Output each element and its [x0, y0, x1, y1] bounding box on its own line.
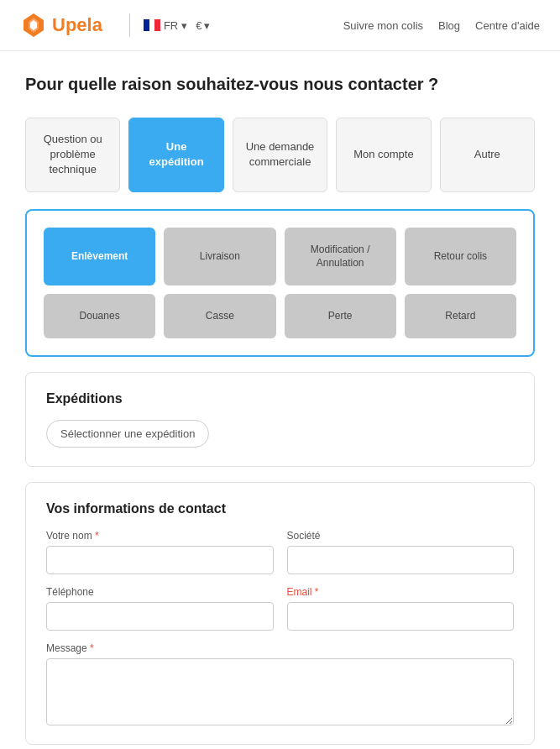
category-grid: Question ou problème technique Une expéd… — [25, 118, 535, 192]
expeditions-card: Expéditions Sélectionner une expédition — [25, 372, 535, 467]
category-compte[interactable]: Mon compte — [336, 118, 431, 192]
header-nav: Suivre mon colis Blog Centre d'aide — [343, 19, 540, 32]
category-technique[interactable]: Question ou problème technique — [25, 118, 120, 192]
category-expedition[interactable]: Une expédition — [128, 118, 223, 192]
message-label: Message * — [46, 642, 514, 654]
currency-selector[interactable]: € ▾ — [196, 19, 209, 32]
svg-rect-4 — [149, 19, 154, 31]
contact-title: Vos informations de contact — [46, 501, 514, 516]
sub-douanes[interactable]: Douanes — [44, 294, 155, 338]
upela-logo-icon — [20, 12, 47, 39]
nav-blog[interactable]: Blog — [438, 19, 460, 32]
sub-modification[interactable]: Modification / Annulation — [285, 228, 396, 286]
sub-retard[interactable]: Retard — [405, 294, 516, 338]
category-demande[interactable]: Une demande commerciale — [233, 118, 327, 192]
telephone-label: Téléphone — [46, 586, 274, 598]
nav-suivre[interactable]: Suivre mon colis — [343, 19, 423, 32]
sub-perte[interactable]: Perte — [285, 294, 396, 338]
email-label: Email * — [287, 586, 515, 598]
logo-area: Upela — [20, 12, 102, 39]
subcategory-panel: Enlèvement Livraison Modification / Annu… — [25, 209, 535, 357]
sub-enlevement[interactable]: Enlèvement — [44, 228, 155, 286]
form-group-message: Message * — [46, 642, 514, 725]
expeditions-title: Expéditions — [46, 391, 514, 406]
form-group-nom: Votre nom * — [46, 530, 274, 574]
message-textarea[interactable] — [46, 658, 514, 725]
currency-label: € — [196, 19, 201, 32]
sub-casse[interactable]: Casse — [164, 294, 275, 338]
lang-chevron-icon: ▾ — [181, 19, 187, 32]
svg-rect-5 — [154, 19, 160, 31]
select-expedition-button[interactable]: Sélectionner une expédition — [46, 420, 209, 448]
form-group-telephone: Téléphone — [46, 586, 274, 631]
currency-chevron-icon: ▾ — [204, 19, 210, 32]
logo-text: Upela — [52, 14, 102, 36]
page-title: Pour quelle raison souhaitez-vous nous c… — [25, 75, 535, 94]
societe-label: Société — [287, 530, 515, 542]
form-group-societe: Société — [287, 530, 515, 574]
french-flag-icon — [144, 19, 160, 31]
subcategory-grid: Enlèvement Livraison Modification / Annu… — [44, 228, 516, 338]
telephone-input[interactable] — [46, 602, 274, 631]
nav-centre-aide[interactable]: Centre d'aide — [475, 19, 540, 32]
lang-label: FR — [164, 19, 178, 32]
nom-label: Votre nom * — [46, 530, 274, 542]
sub-retour[interactable]: Retour colis — [405, 228, 516, 286]
main-content: Pour quelle raison souhaitez-vous nous c… — [0, 51, 560, 749]
contact-card: Vos informations de contact Votre nom * … — [25, 482, 535, 745]
category-autre[interactable]: Autre — [440, 118, 535, 192]
form-row-tel-email: Téléphone Email * — [46, 586, 514, 631]
language-selector[interactable]: FR ▾ — [144, 19, 187, 32]
header-divider — [129, 13, 130, 37]
lang-area: FR ▾ € ▾ — [144, 19, 210, 32]
header: Upela FR ▾ € ▾ Suivre mon colis Blog Cen… — [0, 0, 560, 51]
nom-input[interactable] — [46, 546, 274, 574]
email-input[interactable] — [287, 602, 515, 631]
form-group-email: Email * — [287, 586, 515, 631]
societe-input[interactable] — [287, 546, 515, 574]
svg-rect-3 — [144, 19, 149, 31]
sub-livraison[interactable]: Livraison — [164, 228, 275, 286]
form-row-nom-societe: Votre nom * Société — [46, 530, 514, 574]
